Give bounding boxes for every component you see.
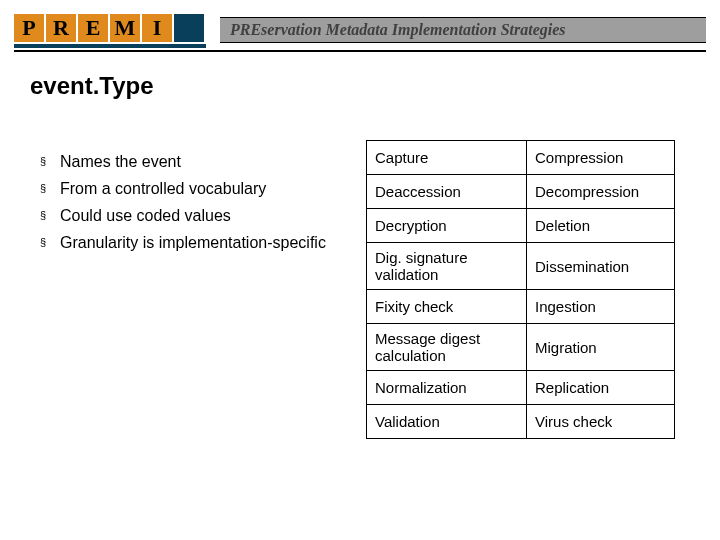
table-cell: Normalization bbox=[367, 371, 527, 405]
table-row: Validation Virus check bbox=[367, 405, 675, 439]
logo-letter-blank bbox=[174, 14, 204, 42]
table-row: Normalization Replication bbox=[367, 371, 675, 405]
table-cell: Decryption bbox=[367, 209, 527, 243]
table-cell: Capture bbox=[367, 141, 527, 175]
table-cell: Replication bbox=[527, 371, 675, 405]
bullet-text: Names the event bbox=[60, 150, 181, 174]
table-row: Fixity check Ingestion bbox=[367, 290, 675, 324]
logo-letter: P bbox=[14, 14, 44, 42]
bullet-icon: § bbox=[40, 177, 60, 201]
table-cell: Validation bbox=[367, 405, 527, 439]
slide: P R E M I PREservation Metadata Implemen… bbox=[0, 0, 720, 540]
bullet-icon: § bbox=[40, 204, 60, 228]
header-divider bbox=[14, 50, 706, 52]
logo-letter: R bbox=[46, 14, 76, 42]
table-cell: Deaccession bbox=[367, 175, 527, 209]
table-row: Message digest calculation Migration bbox=[367, 324, 675, 371]
table-cell: Ingestion bbox=[527, 290, 675, 324]
table-cell: Migration bbox=[527, 324, 675, 371]
list-item: § Could use coded values bbox=[40, 204, 340, 228]
header: P R E M I PREservation Metadata Implemen… bbox=[14, 14, 706, 54]
table-cell: Dissemination bbox=[527, 243, 675, 290]
logo-underline bbox=[14, 44, 206, 48]
table-row: Dig. signature validation Dissemination bbox=[367, 243, 675, 290]
table-row: Deaccession Decompression bbox=[367, 175, 675, 209]
logo-letter: M bbox=[110, 14, 140, 42]
table-cell: Fixity check bbox=[367, 290, 527, 324]
table-cell: Dig. signature validation bbox=[367, 243, 527, 290]
table-cell: Deletion bbox=[527, 209, 675, 243]
table-row: Capture Compression bbox=[367, 141, 675, 175]
event-types-table: Capture Compression Deaccession Decompre… bbox=[366, 140, 675, 439]
bullet-text: Granularity is implementation-specific bbox=[60, 231, 326, 255]
table-cell: Virus check bbox=[527, 405, 675, 439]
logo-letter: I bbox=[142, 14, 172, 42]
table-cell: Compression bbox=[527, 141, 675, 175]
bullet-icon: § bbox=[40, 231, 60, 255]
list-item: § Names the event bbox=[40, 150, 340, 174]
bullet-text: Could use coded values bbox=[60, 204, 231, 228]
logo-letter: E bbox=[78, 14, 108, 42]
list-item: § From a controlled vocabulary bbox=[40, 177, 340, 201]
table-cell: Decompression bbox=[527, 175, 675, 209]
bullet-text: From a controlled vocabulary bbox=[60, 177, 266, 201]
logo-tagline: PREservation Metadata Implementation Str… bbox=[220, 17, 706, 43]
slide-title: event.Type bbox=[30, 72, 154, 100]
premis-logo: P R E M I bbox=[14, 14, 212, 48]
list-item: § Granularity is implementation-specific bbox=[40, 231, 340, 255]
logo-letters: P R E M I bbox=[14, 14, 212, 42]
table-cell: Message digest calculation bbox=[367, 324, 527, 371]
table-row: Decryption Deletion bbox=[367, 209, 675, 243]
bullet-list: § Names the event § From a controlled vo… bbox=[40, 150, 340, 258]
bullet-icon: § bbox=[40, 150, 60, 174]
